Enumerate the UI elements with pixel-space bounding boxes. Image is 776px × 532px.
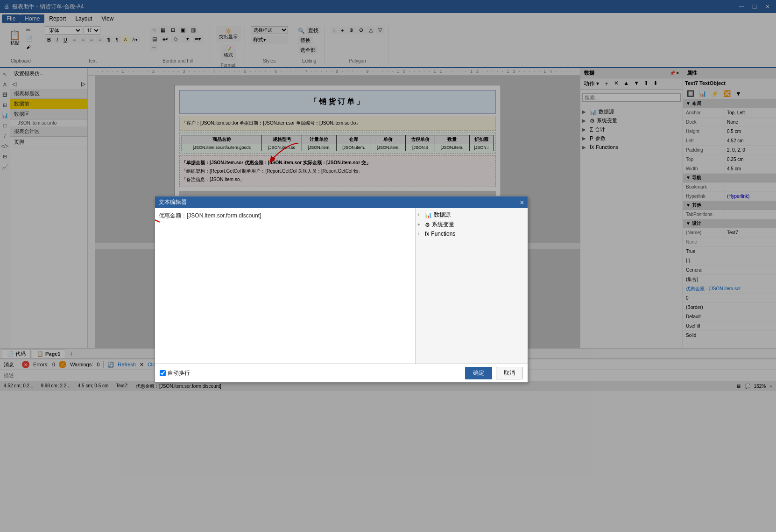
modal-sysvar-item[interactable]: + ⚙ 系统变量 [417,220,526,230]
modal-sv-icon: ⚙ [425,222,430,228]
text-editor-modal: 文本编辑器 × 优惠金额：[JSON.item.sor.form.discoun… [155,196,528,383]
modal-body: 优惠金额：[JSON.item.sor.form.discount] + 📊 [155,208,528,364]
confirm-button[interactable]: 确定 [465,367,492,379]
modal-sv-label: 系统变量 [432,221,454,229]
auto-wrap-label[interactable]: 自动换行 [160,369,190,377]
modal-functions-item[interactable]: + fx Functions [417,230,526,238]
editor-content[interactable]: 优惠金额：[JSON.item.sor.form.discount] [159,212,411,220]
cancel-button[interactable]: 取消 [496,367,523,379]
text-editor-overlay: 文本编辑器 × 优惠金额：[JSON.item.sor.form.discoun… [0,0,776,532]
modal-fn-expand[interactable]: + [417,231,423,237]
modal-ds-expand[interactable]: + [417,212,423,217]
modal-datasource-item[interactable]: + 📊 数据源 [417,210,526,220]
editor-text: 优惠金额：[JSON.item.sor.form.discount] [159,212,261,219]
modal-fn-label: Functions [431,231,455,237]
modal-buttons: 确定 取消 [465,367,523,379]
auto-wrap-text: 自动换行 [168,369,190,377]
modal-sv-expand[interactable]: + [417,222,423,227]
modal-ds-label: 数据源 [434,211,451,219]
modal-close-button[interactable]: × [520,199,524,206]
modal-sidebar: + 📊 数据源 + ⚙ 系统变量 + fx Functions [416,208,528,364]
modal-title: 文本编辑器 [159,198,187,206]
modal-ds-icon: 📊 [425,212,432,218]
modal-editor[interactable]: 优惠金额：[JSON.item.sor.form.discount] [155,208,416,364]
auto-wrap-checkbox[interactable] [160,370,166,376]
modal-title-bar: 文本编辑器 × [155,196,528,208]
modal-footer: 自动换行 确定 取消 [155,364,528,382]
modal-fn-icon: fx [425,231,429,237]
